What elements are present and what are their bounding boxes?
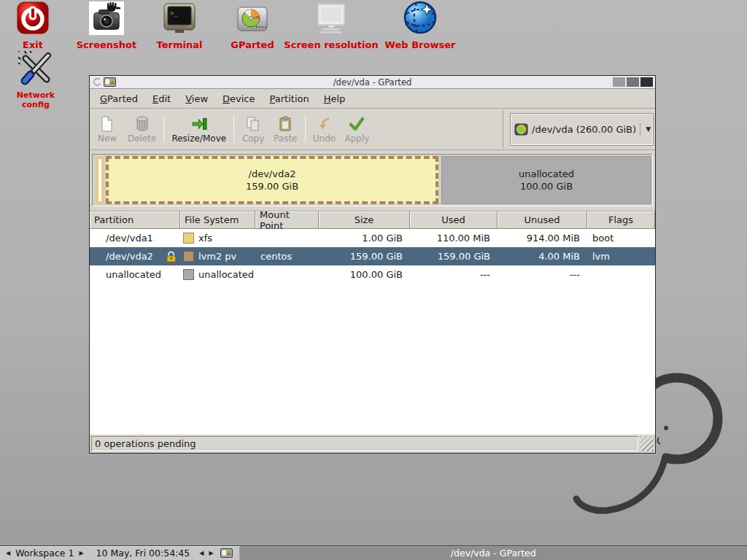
partition-name: /dev/vda2 (106, 251, 153, 262)
filesystem-name: lvm2 pv (198, 251, 236, 262)
table-row-vda1[interactable]: /dev/vda1 xfs 1.00 GiB 110.00 MiB 914.00… (90, 229, 655, 247)
delete-partition-icon (133, 115, 151, 133)
tasklist-scroll-right-icon[interactable]: ▶ (209, 551, 213, 556)
delete-button[interactable]: Delete (123, 110, 160, 148)
toolbar-separator (163, 116, 164, 142)
menu-partition[interactable]: Partition (264, 90, 315, 107)
undo-button[interactable]: Undo (309, 110, 341, 148)
partition-box-name: unallocated (519, 168, 574, 180)
disk-icon (514, 123, 528, 136)
table-row-vda2[interactable]: /dev/vda2 lvm2 pv centos 159.00 GiB 159.… (90, 247, 655, 265)
desktop-icon-label: Web Browser (372, 39, 468, 50)
maximize-button[interactable] (627, 77, 639, 87)
filesystem-color-swatch (183, 233, 194, 244)
column-header-size[interactable]: Size (319, 211, 410, 229)
partition-box-size: 159.00 GiB (246, 180, 298, 192)
desktop-icon-label: Exit (7, 39, 58, 50)
new-button[interactable]: New (91, 110, 123, 148)
desktop-icon-screenshot[interactable]: Screenshot (73, 1, 140, 50)
camera-icon (89, 1, 124, 35)
tasklist-scroll-left-icon[interactable]: ◀ (199, 551, 204, 556)
gparted-task-icon (220, 548, 233, 559)
status-bar: 0 operations pending (90, 435, 655, 453)
desktop-icon-label: Terminal (150, 39, 209, 50)
toolbar: New Delete Resize/Move (90, 109, 655, 150)
svg-text:>_: >_ (170, 9, 178, 17)
filesystem-color-swatch (183, 251, 194, 262)
workspace-prev-icon[interactable]: ◀ (6, 551, 10, 556)
column-header-filesystem[interactable]: File System (180, 211, 255, 229)
toolbar-separator (233, 116, 234, 142)
tools-icon (18, 51, 53, 86)
used-value: 110.00 MiB (437, 233, 490, 244)
partition-box-vda1[interactable] (96, 157, 104, 203)
unused-value: --- (570, 269, 580, 280)
menu-help[interactable]: Help (318, 90, 352, 107)
device-selector[interactable]: /dev/vda (260.00 GiB) ▼ (510, 113, 654, 146)
toolbar-separator (305, 116, 306, 142)
desktop-icon-label: GParted (222, 39, 282, 50)
size-value: 159.00 GiB (350, 251, 403, 262)
flags-value: boot (592, 233, 614, 244)
menu-view[interactable]: View (179, 90, 214, 107)
status-text: 0 operations pending (95, 438, 196, 449)
size-value: 100.00 GiB (350, 269, 403, 280)
workspace-next-icon[interactable]: ▶ (79, 551, 83, 556)
column-header-mountpoint[interactable]: Mount Point (255, 211, 319, 229)
menu-edit[interactable]: Edit (147, 90, 177, 107)
desktop-icon-screen-resolution[interactable]: Screen resolution (283, 3, 379, 50)
monitor-icon (314, 3, 349, 35)
column-header-used[interactable]: Used (410, 211, 498, 229)
desktop-icon-label: Network config (3, 90, 69, 109)
copy-icon (244, 115, 262, 133)
column-header-flags[interactable]: Flags (587, 211, 655, 229)
minimize-button[interactable] (613, 77, 625, 87)
column-header-partition[interactable]: Partition (90, 211, 180, 229)
copy-button[interactable]: Copy (237, 110, 269, 148)
taskbar-clock: 10 May, Fri 00:54:45 (96, 548, 190, 559)
apply-button[interactable]: Apply (341, 110, 374, 148)
taskbar-left-panel: ◀ Workspace 1 ▶ 10 May, Fri 00:54:45 ◀ ▶ (0, 546, 240, 560)
paste-button[interactable]: Paste (269, 110, 301, 148)
desktop-icon-exit[interactable]: Exit (7, 1, 58, 50)
table-row-unallocated[interactable]: unallocated unallocated 100.00 GiB --- -… (90, 265, 655, 284)
desktop-icon-network-config[interactable]: Network config (3, 51, 69, 109)
menu-device[interactable]: Device (217, 90, 260, 107)
titlebar[interactable]: /dev/vda - GParted (90, 76, 655, 89)
filesystem-name: xfs (198, 233, 212, 244)
lock-icon (166, 250, 177, 262)
table-empty-area (90, 284, 655, 435)
paste-icon (276, 115, 294, 133)
taskbar: ◀ Workspace 1 ▶ 10 May, Fri 00:54:45 ◀ ▶… (0, 545, 747, 560)
taskbar-task-button[interactable]: /dev/vda - GParted (240, 546, 747, 560)
apply-check-icon (348, 115, 365, 133)
desktop-icon-label: Screenshot (73, 39, 140, 50)
partition-box-vda2[interactable]: /dev/vda2 159.00 GiB (106, 156, 438, 204)
partition-box-size: 100.00 GiB (520, 180, 573, 192)
mount-point: centos (260, 251, 292, 262)
partition-name: unallocated (106, 269, 161, 280)
menu-bar: GParted Edit View Device Partition Help (90, 89, 655, 109)
new-partition-icon (98, 115, 116, 133)
table-header: Partition File System Mount Point Size U… (90, 211, 655, 229)
filesystem-color-swatch (183, 269, 194, 280)
resize-move-button[interactable]: Resize/Move (167, 110, 231, 148)
desktop-icon-web-browser[interactable]: Web Browser (372, 0, 468, 50)
resize-grip[interactable] (640, 436, 654, 451)
partition-box-unallocated[interactable]: unallocated 100.00 GiB (441, 156, 651, 204)
filesystem-name: unallocated (198, 269, 254, 280)
unused-value: 4.00 MiB (538, 251, 580, 262)
desktop-icon-gparted[interactable]: GParted (222, 4, 282, 50)
flags-value: lvm (592, 251, 610, 262)
gparted-disk-icon (236, 4, 269, 35)
menu-gparted[interactable]: GParted (94, 90, 144, 107)
desktop-icon-terminal[interactable]: >_ Terminal (150, 3, 209, 50)
terminal-icon: >_ (163, 3, 196, 35)
chevron-down-icon: ▼ (640, 122, 652, 136)
column-header-unused[interactable]: Unused (498, 211, 587, 229)
gparted-window: /dev/vda - GParted GParted Edit View Dev… (89, 75, 656, 454)
used-value: --- (480, 269, 490, 280)
exit-power-icon (16, 1, 50, 35)
workspace-label[interactable]: Workspace 1 (15, 548, 74, 559)
close-button[interactable] (640, 77, 653, 87)
